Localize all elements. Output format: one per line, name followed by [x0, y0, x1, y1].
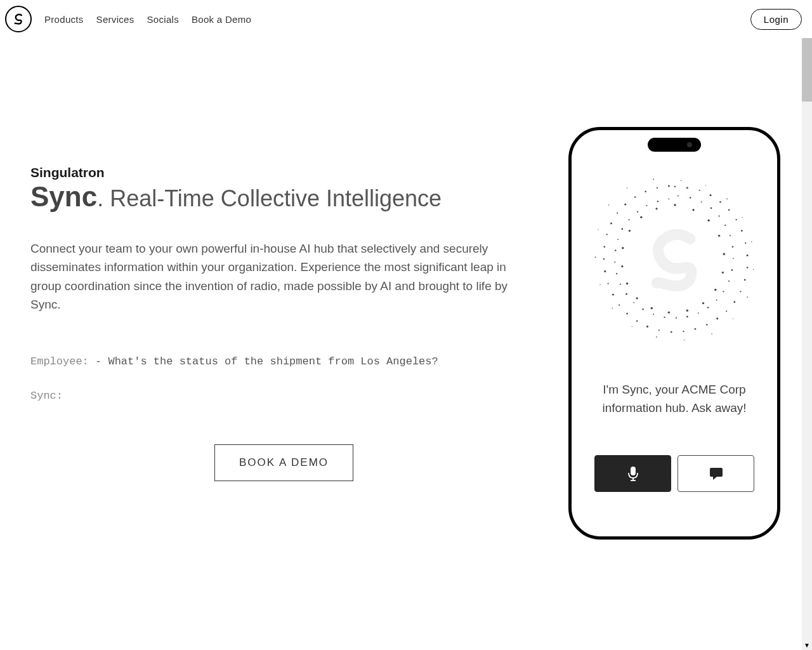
chat-employee-text: - What's the status of the shipment from…	[89, 355, 438, 368]
scrollbar-down-icon[interactable]: ▼	[802, 640, 812, 650]
nav-socials[interactable]: Socials	[147, 14, 179, 25]
svg-point-66	[628, 219, 629, 220]
svg-point-64	[617, 239, 619, 240]
svg-point-97	[702, 302, 704, 304]
svg-point-91	[692, 209, 694, 211]
hero-left: Singulatron Sync. Real-Time Collective I…	[30, 165, 513, 481]
svg-point-14	[726, 310, 727, 312]
header: Products Services Socials Book a Demo Lo…	[0, 0, 812, 38]
svg-point-23	[626, 313, 628, 315]
phone-notch	[648, 138, 701, 152]
svg-point-41	[710, 207, 712, 209]
svg-point-73	[726, 198, 728, 199]
headline-product: Sync	[30, 181, 97, 212]
svg-point-87	[608, 204, 610, 206]
svg-point-4	[719, 201, 721, 203]
svg-point-67	[637, 211, 638, 212]
microphone-icon	[627, 466, 639, 481]
svg-point-107	[655, 208, 657, 209]
svg-point-22	[636, 320, 638, 322]
svg-point-45	[732, 246, 734, 248]
scrollbar[interactable]: ▼	[802, 38, 812, 650]
svg-point-57	[642, 308, 644, 310]
headline-tagline: . Real-Time Collective Intelligence	[97, 185, 442, 211]
svg-point-53	[686, 316, 688, 318]
svg-point-5	[728, 209, 730, 211]
svg-point-16	[706, 324, 708, 326]
svg-rect-111	[710, 468, 723, 477]
svg-point-52	[698, 312, 699, 314]
svg-point-86	[598, 229, 599, 230]
svg-point-69	[657, 201, 659, 202]
phone-volume-up	[568, 219, 570, 238]
phone-visual	[583, 162, 767, 359]
phone-greeting: I'm Sync, your ACME Corp information hub…	[583, 381, 766, 417]
chat-example: Employee: - What's the status of the shi…	[30, 352, 513, 406]
svg-point-72	[705, 185, 706, 185]
svg-point-96	[714, 289, 716, 291]
phone-logo-s-icon	[637, 222, 713, 298]
nav-products[interactable]: Products	[44, 14, 84, 25]
svg-point-89	[653, 179, 654, 180]
logo-s-icon	[11, 11, 26, 27]
phone-mockup: I'm Sync, your ACME Corp information hub…	[568, 127, 780, 540]
svg-point-55	[664, 317, 665, 318]
svg-point-48	[728, 281, 730, 282]
chat-icon	[709, 467, 724, 481]
svg-point-27	[604, 270, 606, 272]
svg-point-18	[683, 331, 684, 332]
svg-point-11	[744, 279, 746, 281]
svg-point-9	[747, 255, 749, 256]
login-button[interactable]: Login	[750, 9, 802, 30]
svg-point-76	[753, 269, 754, 270]
svg-point-56	[653, 314, 654, 315]
svg-point-74	[742, 217, 743, 218]
svg-point-44	[730, 235, 731, 236]
svg-point-50	[716, 300, 717, 301]
nav-book-demo[interactable]: Book a Demo	[192, 14, 251, 25]
svg-point-28	[603, 258, 605, 260]
svg-point-99	[668, 312, 670, 314]
phone-power-button	[779, 241, 780, 289]
svg-point-85	[594, 256, 596, 258]
svg-point-70	[668, 198, 669, 199]
svg-point-63	[615, 249, 617, 251]
svg-point-81	[656, 336, 657, 338]
svg-point-42	[719, 215, 720, 216]
svg-point-106	[640, 216, 642, 218]
brand-logo[interactable]	[5, 6, 32, 32]
svg-point-38	[678, 196, 679, 197]
svg-point-36	[657, 187, 658, 189]
svg-point-75	[751, 241, 752, 242]
book-demo-button[interactable]: BOOK A DEMO	[214, 444, 353, 481]
svg-point-94	[723, 253, 725, 255]
phone-chat-button[interactable]	[678, 455, 754, 492]
svg-point-2	[699, 190, 700, 191]
svg-point-88	[627, 187, 627, 188]
svg-point-30	[606, 234, 608, 235]
chat-employee-label: Employee:	[30, 355, 89, 368]
svg-point-58	[633, 302, 634, 303]
chat-line-sync: Sync:	[30, 387, 513, 406]
nav-links: Products Services Socials Book a Demo	[44, 14, 750, 25]
svg-point-103	[621, 265, 623, 267]
svg-point-78	[733, 318, 733, 319]
main-content: ▼ Singulatron Sync. Real-Time Collective…	[0, 38, 812, 650]
svg-point-83	[612, 308, 613, 309]
svg-point-68	[646, 205, 648, 206]
svg-point-71	[681, 180, 682, 182]
phone-mic-button[interactable]	[594, 455, 671, 492]
svg-point-61	[616, 273, 617, 274]
scrollbar-thumb[interactable]	[802, 38, 812, 102]
svg-point-21	[646, 326, 648, 328]
svg-point-90	[674, 204, 676, 206]
svg-point-0	[674, 186, 676, 187]
svg-point-8	[745, 242, 746, 244]
svg-point-92	[707, 219, 709, 221]
chat-line-employee: Employee: - What's the status of the shi…	[30, 352, 513, 372]
svg-point-1	[686, 187, 688, 189]
nav-services[interactable]: Services	[96, 14, 134, 25]
svg-point-32	[617, 213, 618, 214]
svg-point-95	[722, 272, 724, 274]
svg-point-104	[622, 247, 624, 249]
